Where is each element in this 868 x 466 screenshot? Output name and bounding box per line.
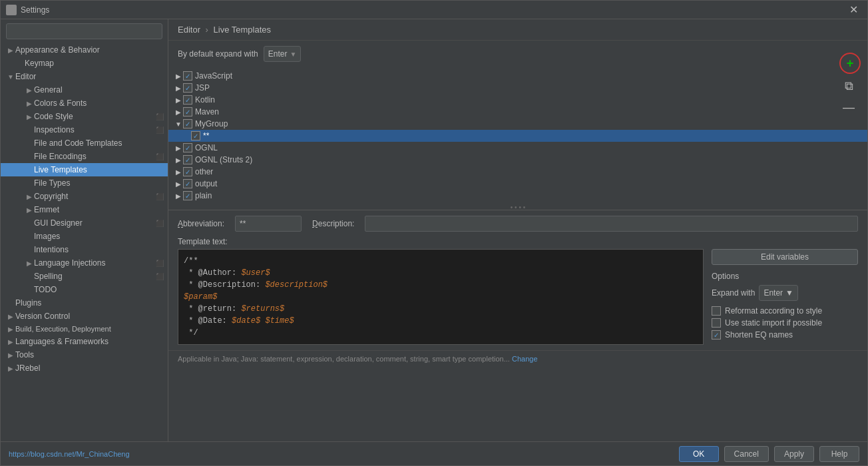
option-shorten-eq: Shorten EQ names bbox=[712, 330, 858, 340]
close-button[interactable]: ✕ bbox=[845, 2, 862, 17]
option-reformat: Reformat according to style bbox=[712, 306, 858, 316]
sidebar-item-build-execution[interactable]: ▶ Build, Execution, Deployment bbox=[1, 323, 168, 335]
sidebar-item-plugins[interactable]: Plugins bbox=[1, 296, 168, 310]
tree-expand-icon: ▶ bbox=[174, 109, 183, 116]
tree-expand-icon: ▶ bbox=[174, 85, 183, 92]
tree-expand-icon: ▶ bbox=[174, 144, 183, 152]
tree-item-other[interactable]: ▶ other bbox=[168, 166, 867, 178]
tree-item-label: OGNL (Struts 2) bbox=[195, 155, 252, 164]
expand-with-dropdown[interactable]: Enter ▼ bbox=[264, 46, 302, 62]
template-tree: ▶ JavaScript ▶ JSP ▶ Kotlin bbox=[168, 67, 867, 204]
tree-expand-icon: ▶ bbox=[174, 192, 183, 200]
tree-expand-icon: ▶ bbox=[174, 168, 183, 176]
tree-item-output[interactable]: ▶ output bbox=[168, 178, 867, 190]
sidebar-item-todo[interactable]: TODO bbox=[1, 283, 168, 296]
sidebar-item-version-control[interactable]: ▶ Version Control bbox=[1, 310, 168, 323]
code-line-2: * @Author: $user$ bbox=[184, 267, 698, 279]
sidebar-item-languages-frameworks[interactable]: ▶ Languages & Frameworks bbox=[1, 335, 168, 348]
tree-checkbox-double-star[interactable] bbox=[191, 131, 200, 140]
expand-arrow: ▶ bbox=[25, 113, 34, 120]
resize-handle[interactable]: • • • • bbox=[168, 204, 867, 210]
breadcrumb-live-templates: Live Templates bbox=[214, 25, 271, 35]
settings-window: Settings ✕ ▶ Appearance & Behavior Keyma… bbox=[0, 0, 868, 466]
sidebar: ▶ Appearance & Behavior Keymap ▼ Editor … bbox=[1, 19, 168, 441]
tree-item-javascript[interactable]: ▶ JavaScript bbox=[168, 70, 867, 82]
help-button[interactable]: Help bbox=[819, 446, 859, 462]
tree-checkbox-jsp[interactable] bbox=[183, 83, 192, 93]
sidebar-item-label: Images bbox=[34, 232, 60, 241]
cancel-button[interactable]: Cancel bbox=[724, 446, 769, 462]
tree-item-kotlin[interactable]: ▶ Kotlin bbox=[168, 94, 867, 106]
expand-arrow: ▶ bbox=[6, 351, 15, 359]
expand-arrow: ▶ bbox=[25, 100, 34, 107]
tree-checkbox-kotlin[interactable] bbox=[183, 95, 192, 105]
sidebar-item-file-code-templates[interactable]: File and Code Templates bbox=[1, 136, 168, 150]
search-input[interactable] bbox=[11, 27, 158, 36]
badge-icon: ⬛ bbox=[156, 113, 164, 120]
sidebar-item-general[interactable]: ▶ General bbox=[1, 83, 168, 97]
sidebar-item-label: Tools bbox=[15, 350, 34, 359]
tree-item-plain[interactable]: ▶ plain bbox=[168, 190, 867, 202]
search-box[interactable] bbox=[6, 23, 162, 39]
tree-checkbox-ognl[interactable] bbox=[183, 143, 192, 152]
tree-checkbox-output[interactable] bbox=[183, 179, 192, 188]
tree-item-ognl-struts[interactable]: ▶ OGNL (Struts 2) bbox=[168, 154, 867, 166]
tree-item-ognl[interactable]: ▶ OGNL bbox=[168, 142, 867, 154]
tree-item-label: Kotlin bbox=[195, 95, 215, 105]
sidebar-item-label: Appearance & Behavior bbox=[15, 45, 100, 55]
sidebar-item-spelling[interactable]: Spelling ⬛ bbox=[1, 270, 168, 283]
sidebar-item-copyright[interactable]: ▶ Copyright ⬛ bbox=[1, 190, 168, 203]
tree-checkbox-mygroup[interactable] bbox=[183, 119, 192, 128]
sidebar-item-file-types[interactable]: File Types bbox=[1, 176, 168, 190]
sidebar-item-keymap[interactable]: Keymap bbox=[1, 57, 168, 70]
sidebar-item-inspections[interactable]: Inspections ⬛ bbox=[1, 123, 168, 136]
tree-item-jsp[interactable]: ▶ JSP bbox=[168, 82, 867, 94]
static-import-checkbox[interactable] bbox=[712, 318, 721, 328]
sidebar-item-file-encodings[interactable]: File Encodings ⬛ bbox=[1, 150, 168, 163]
badge-icon: ⬛ bbox=[156, 153, 164, 160]
tree-item-maven[interactable]: ▶ Maven bbox=[168, 106, 867, 118]
badge-icon: ⬛ bbox=[156, 273, 164, 280]
shorten-eq-checkbox[interactable] bbox=[712, 330, 721, 340]
sidebar-item-images[interactable]: Images bbox=[1, 230, 168, 243]
tree-item-mygroup[interactable]: ▼ MyGroup bbox=[168, 118, 867, 130]
sidebar-item-label: Code Style bbox=[34, 112, 73, 121]
sidebar-item-code-style[interactable]: ▶ Code Style ⬛ bbox=[1, 110, 168, 123]
sidebar-item-gui-designer[interactable]: GUI Designer ⬛ bbox=[1, 216, 168, 230]
tree-checkbox-maven[interactable] bbox=[183, 107, 192, 116]
ok-button[interactable]: OK bbox=[679, 446, 719, 462]
badge-icon: ⬛ bbox=[156, 260, 164, 267]
description-input[interactable] bbox=[365, 216, 858, 232]
reformat-checkbox[interactable] bbox=[712, 306, 721, 316]
tree-checkbox-javascript[interactable] bbox=[183, 71, 192, 81]
tree-checkbox-plain[interactable] bbox=[183, 191, 192, 200]
sidebar-item-intentions[interactable]: Intentions bbox=[1, 243, 168, 256]
sidebar-item-emmet[interactable]: ▶ Emmet bbox=[1, 203, 168, 216]
tree-item-double-star[interactable]: ** bbox=[168, 130, 867, 142]
sidebar-item-label: Language Injections bbox=[34, 258, 105, 268]
tree-checkbox-ognl-struts[interactable] bbox=[183, 155, 192, 164]
sidebar-item-live-templates[interactable]: Live Templates bbox=[1, 163, 168, 176]
change-link[interactable]: Change bbox=[512, 355, 538, 363]
sidebar-item-label: Copyright bbox=[34, 192, 68, 201]
tree-expand-icon: ▶ bbox=[174, 156, 183, 164]
sidebar-item-label: Languages & Frameworks bbox=[15, 337, 108, 346]
shorten-eq-label: Shorten EQ names bbox=[725, 330, 793, 340]
sidebar-item-language-injections[interactable]: ▶ Language Injections ⬛ bbox=[1, 256, 168, 270]
main-content: ▶ Appearance & Behavior Keymap ▼ Editor … bbox=[1, 19, 867, 441]
sidebar-item-editor[interactable]: ▼ Editor bbox=[1, 70, 168, 83]
tree-checkbox-other[interactable] bbox=[183, 167, 192, 176]
abbreviation-input[interactable] bbox=[235, 216, 302, 232]
edit-variables-button[interactable]: Edit variables bbox=[712, 249, 858, 265]
sidebar-item-jrebel[interactable]: ▶ JRebel bbox=[1, 361, 168, 375]
sidebar-item-tools[interactable]: ▶ Tools bbox=[1, 348, 168, 361]
sidebar-item-label: Keymap bbox=[25, 59, 54, 68]
sidebar-item-colors-fonts[interactable]: ▶ Colors & Fonts bbox=[1, 97, 168, 110]
apply-button[interactable]: Apply bbox=[774, 446, 814, 462]
code-editor[interactable]: /** * @Author: $user$ * @Description: $d… bbox=[178, 249, 704, 345]
sidebar-item-appearance[interactable]: ▶ Appearance & Behavior bbox=[1, 43, 168, 57]
tree-item-label: output bbox=[195, 179, 217, 188]
expand-label: Expand with bbox=[712, 288, 755, 298]
sidebar-item-label: Editor bbox=[15, 72, 36, 81]
options-expand-dropdown[interactable]: Enter ▼ bbox=[759, 285, 798, 301]
